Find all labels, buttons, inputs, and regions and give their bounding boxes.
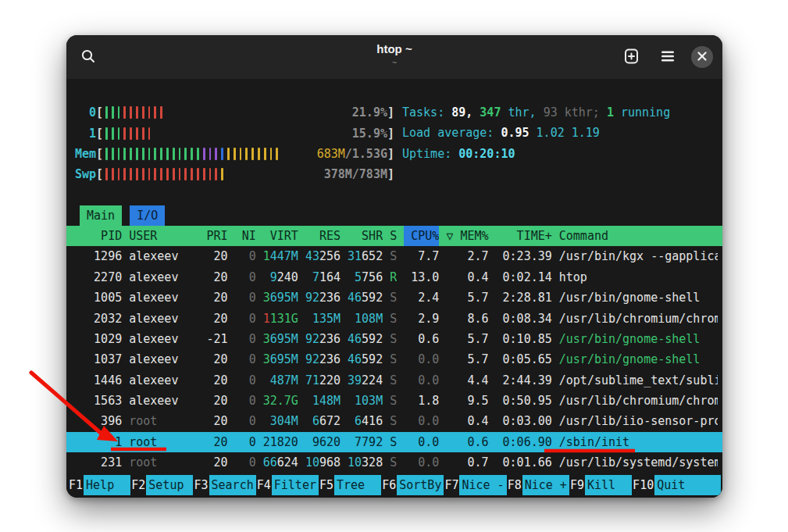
fkey-action-label: Kill <box>585 475 632 495</box>
meter-bar <box>118 106 120 119</box>
cell-res: 135M <box>305 309 341 329</box>
cell-sort <box>446 246 453 266</box>
cell-virt: 487M <box>263 370 298 391</box>
process-row-pid-396[interactable]: 396root200304M66726416S0.0 0.40:03.00/us… <box>66 411 722 431</box>
text-segment: 31 <box>348 249 362 263</box>
column-header-res[interactable]: RES <box>305 226 341 246</box>
text-segment: 32.7G <box>263 394 298 408</box>
meter-bar <box>130 168 132 180</box>
column-header-time[interactable]: TIME+ <box>496 226 552 246</box>
text-segment: 7792 <box>355 435 383 449</box>
meter-bar <box>215 168 217 180</box>
fkey-f7-nice-[interactable]: F7Nice - <box>444 475 506 495</box>
new-tab-button[interactable] <box>619 45 644 70</box>
cell-cmd: htop <box>559 267 718 287</box>
text-segment: 71 <box>305 373 319 387</box>
close-button[interactable] <box>691 46 713 68</box>
text-segment: 135M <box>312 312 341 326</box>
cell-sort <box>446 329 453 349</box>
column-header-ni[interactable]: NI <box>235 226 256 246</box>
process-row-pid-1[interactable]: 1root2002182096207792S0.0 0.60:06.90/sbi… <box>66 432 722 452</box>
fkey-f9-kill[interactable]: F9Kill <box>569 475 632 495</box>
process-row-pid-1296[interactable]: 1296alexeev2001447M4325631652S7.7 2.70:2… <box>66 246 722 266</box>
process-row-pid-1037[interactable]: 1037alexeev2003695M9223646592S0.0 5.70:0… <box>66 349 722 370</box>
meter-bracket: ] <box>387 147 394 161</box>
menu-button[interactable] <box>655 45 680 70</box>
column-header-mem[interactable]: MEM% <box>460 226 488 246</box>
column-header-virt[interactable]: VIRT <box>263 226 298 246</box>
cell-shr: 46592 <box>348 329 383 349</box>
meter-bracket: ] <box>387 105 394 120</box>
tab-main[interactable]: Main <box>80 205 122 226</box>
cell-cmd: /usr/lib/iio-sensor-prox <box>559 411 718 431</box>
fkey-action-label: Setup <box>146 475 193 495</box>
tab-io[interactable]: I/O <box>130 205 165 226</box>
cell-cpu: 13.0 <box>404 267 439 287</box>
cell-res: 71220 <box>305 370 341 391</box>
column-header-cpu[interactable]: CPU% <box>404 226 439 246</box>
meter-bar <box>264 148 266 160</box>
meter-bar <box>142 148 144 160</box>
cell-mem: 0.6 <box>460 432 488 452</box>
fkey-f10-quit[interactable]: F10Quit <box>632 475 721 495</box>
cell-pid: 1037 <box>73 349 122 370</box>
cell-sort <box>446 267 453 287</box>
process-row-pid-231[interactable]: 231root200666241096810328S0.0 0.70:01.66… <box>66 452 722 473</box>
text-segment: 695M <box>270 291 298 305</box>
text-segment: 968 <box>319 455 341 470</box>
load-average: Load average: 0.95 1.02 1.19 <box>402 123 670 143</box>
cell-sort <box>446 349 453 370</box>
cell-cmd: /usr/bin/gnome-shell <box>559 349 718 370</box>
meter-bar <box>130 148 132 160</box>
fkey-f5-tree[interactable]: F5Tree <box>319 475 381 495</box>
text-segment: 3 <box>263 291 270 305</box>
text-segment: 9620 <box>312 435 341 449</box>
column-header-shr[interactable]: SHR <box>348 226 383 246</box>
text-segment: 236 <box>319 332 341 346</box>
meter-bar <box>112 148 114 160</box>
process-row-pid-1563[interactable]: 1563alexeev20032.7G148M103MS1.8 9.50:50.… <box>66 391 722 411</box>
column-header-pri[interactable]: PRI <box>207 226 228 246</box>
text-segment: 10 <box>305 455 319 470</box>
meter-bar <box>154 106 156 119</box>
meter-bar <box>130 127 132 140</box>
fkey-f8-nice-[interactable]: F8Nice + <box>507 475 569 495</box>
cell-user: root <box>129 452 199 473</box>
fkey-number: F9 <box>569 475 585 495</box>
column-header-cmd[interactable]: Command <box>559 226 718 246</box>
column-header-pid[interactable]: PID <box>73 226 122 246</box>
cell-virt: 3695M <box>263 329 298 349</box>
meter-bar <box>105 106 108 119</box>
cell-time: 0:02.14 <box>496 267 552 287</box>
search-button[interactable] <box>76 45 101 70</box>
cell-time: 0:01.66 <box>496 452 552 473</box>
fkey-action-label: Help <box>84 475 130 495</box>
cpu0-meter: 0[21.9%] <box>73 102 394 123</box>
meter-bar <box>154 168 156 180</box>
fkey-f3-search[interactable]: F3Search <box>193 475 255 495</box>
cell-cmd: /usr/bin/kgx --gapplicat <box>559 246 718 266</box>
meter-bar <box>118 127 120 140</box>
column-header-s[interactable]: S <box>390 226 397 246</box>
process-row-pid-2270[interactable]: 2270alexeev200924071645756R13.0 0.40:02.… <box>66 267 722 287</box>
fkey-f2-setup[interactable]: F2Setup <box>130 475 193 495</box>
cell-s: S <box>390 452 397 473</box>
fkey-f6-sortby[interactable]: F6SortBy <box>381 475 444 495</box>
process-row-pid-1446[interactable]: 1446alexeev200487M7122039224S0.0 4.42:44… <box>66 370 722 391</box>
cpu1-meter: 1[15.9%] <box>73 123 394 143</box>
process-row-pid-1029[interactable]: 1029alexeev-2103695M9223646592S0.6 5.70:… <box>66 329 722 349</box>
text-segment: 695M <box>270 332 298 346</box>
cell-pri: 20 <box>207 246 228 266</box>
cell-shr: 10328 <box>348 452 383 473</box>
text-segment: 447M <box>270 249 298 263</box>
cell-pid: 396 <box>73 411 122 431</box>
cell-ni: 0 <box>235 432 256 452</box>
text-segment: 487M <box>270 373 298 387</box>
text-segment: 46 <box>348 332 362 346</box>
process-row-pid-2032[interactable]: 2032alexeev2001131G135M108MS2.9 8.60:08.… <box>66 309 722 329</box>
column-header-user[interactable]: USER <box>129 226 199 246</box>
fkey-f1-help[interactable]: F1Help <box>68 475 130 495</box>
fkey-f4-filter[interactable]: F4Filter <box>256 475 319 495</box>
process-row-pid-1005[interactable]: 1005alexeev2003695M9223646592S2.4 5.72:2… <box>66 287 722 308</box>
cell-mem: 0.7 <box>460 452 488 473</box>
